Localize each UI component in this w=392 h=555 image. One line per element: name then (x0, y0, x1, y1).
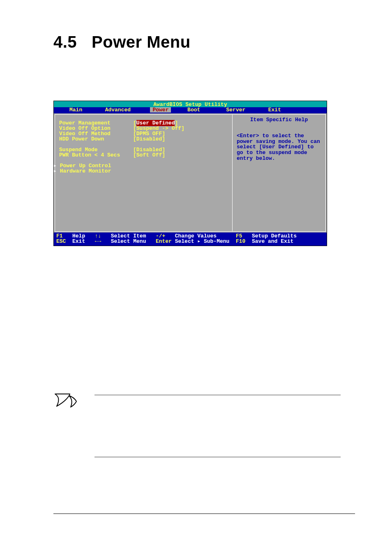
bios-tab-main[interactable]: Main (66, 107, 85, 113)
help-body: <Enter> to select the power saving mode.… (237, 133, 321, 161)
divider (95, 395, 341, 395)
setting-value: [Disabled] (133, 136, 165, 142)
bios-footer: F1 Help ↑↓ Select Item -/+ Change Values… (54, 233, 327, 246)
setting-label: HDD Power Down (59, 136, 133, 142)
bios-settings-panel: Power Management [User Defined] Video Of… (55, 114, 232, 232)
bios-help-panel: Item Specific Help <Enter> to select the… (232, 114, 326, 232)
bios-tab-power[interactable]: Power (150, 107, 171, 113)
setting-label: PWR Button < 4 Secs (59, 152, 133, 158)
bios-title: AwardBIOS Setup Utility (54, 101, 327, 107)
bios-tab-exit[interactable]: Exit (265, 107, 284, 113)
setting-row[interactable]: PWR Button < 4 Secs [Soft Off] (59, 152, 230, 158)
bios-tab-advanced[interactable]: Advanced (102, 107, 134, 113)
note-content (95, 395, 341, 457)
bios-tab-bar: Main Advanced Power Boot Server Exit (54, 107, 327, 113)
section-number: 4.5 (53, 33, 77, 51)
bios-tab-boot[interactable]: Boot (184, 107, 203, 113)
page-footer-rule (53, 514, 355, 514)
bios-tab-server[interactable]: Server (223, 107, 249, 113)
setting-value: [Soft Off] (133, 152, 165, 158)
setting-row[interactable]: HDD Power Down [Disabled] (59, 136, 230, 142)
divider (95, 457, 341, 457)
bios-screenshot: AwardBIOS Setup Utility Main Advanced Po… (53, 101, 327, 246)
note-block (53, 395, 341, 457)
submenu-item[interactable]: Hardware Monitor (59, 168, 230, 174)
section-heading: 4.5Power Menu (53, 33, 341, 51)
help-header: Item Specific Help (237, 117, 321, 122)
bios-body: Power Management [User Defined] Video Of… (54, 113, 327, 233)
note-icon (54, 392, 79, 411)
section-title: Power Menu (92, 33, 191, 51)
